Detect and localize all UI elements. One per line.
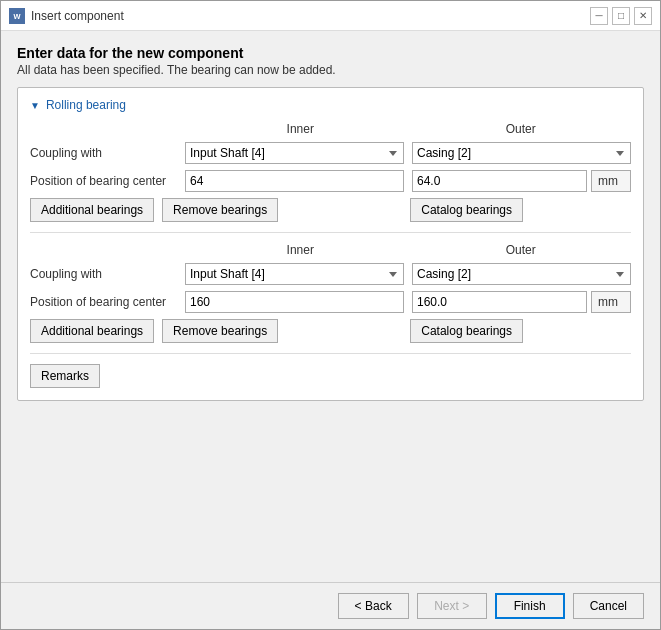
- coupling-label-2: Coupling with: [30, 267, 185, 281]
- minimize-button[interactable]: ─: [590, 7, 608, 25]
- inner-coupling-field-2: Input Shaft [4] Input Shaft [3]: [185, 263, 404, 285]
- inner-coupling-select-1[interactable]: Input Shaft [4] Input Shaft [3]: [185, 142, 404, 164]
- section-title: Rolling bearing: [46, 98, 126, 112]
- outer-position-with-unit-2: mm: [412, 291, 631, 313]
- outer-col-header-1: Outer: [411, 122, 632, 136]
- next-button[interactable]: Next >: [417, 593, 487, 619]
- coupling-label-1: Coupling with: [30, 146, 185, 160]
- remarks-button[interactable]: Remarks: [30, 364, 100, 388]
- position-row-1: Position of bearing center mm: [30, 170, 631, 192]
- outer-coupling-select-1[interactable]: Casing [2] Casing [1]: [412, 142, 631, 164]
- outer-position-field-2: mm: [412, 291, 631, 313]
- inner-coupling-field-1: Input Shaft [4] Input Shaft [3]: [185, 142, 404, 164]
- outer-position-field-1: mm: [412, 170, 631, 192]
- outer-position-input-2[interactable]: [412, 291, 587, 313]
- collapse-arrow-icon[interactable]: ▼: [30, 100, 40, 111]
- button-row-2: Additional bearings Remove bearings Cata…: [30, 319, 631, 343]
- inner-position-input-1[interactable]: [185, 170, 404, 192]
- catalog-bearings-button-2[interactable]: Catalog bearings: [410, 319, 523, 343]
- remarks-section: Remarks: [30, 364, 631, 388]
- additional-bearings-button-2[interactable]: Additional bearings: [30, 319, 154, 343]
- bearing-block-1: Inner Outer Coupling with Input Shaft [4…: [30, 122, 631, 233]
- inner-col-header-1: Inner: [190, 122, 411, 136]
- main-window: w Insert component ─ □ ✕ Enter data for …: [0, 0, 661, 630]
- remove-bearings-button-1[interactable]: Remove bearings: [162, 198, 278, 222]
- bearing-block-2: Inner Outer Coupling with Input Shaft [4…: [30, 243, 631, 354]
- position-row-2: Position of bearing center mm: [30, 291, 631, 313]
- outer-coupling-field-1: Casing [2] Casing [1]: [412, 142, 631, 164]
- inner-position-field-2: [185, 291, 404, 313]
- rolling-bearing-panel: ▼ Rolling bearing Inner Outer Coupling w…: [17, 87, 644, 401]
- footer: < Back Next > Finish Cancel: [1, 582, 660, 629]
- close-button[interactable]: ✕: [634, 7, 652, 25]
- title-bar-left: w Insert component: [9, 8, 124, 24]
- unit-box-2: mm: [591, 291, 631, 313]
- col-headers-1: Inner Outer: [190, 122, 631, 136]
- main-title: Enter data for the new component: [17, 45, 644, 61]
- inner-coupling-select-2[interactable]: Input Shaft [4] Input Shaft [3]: [185, 263, 404, 285]
- title-bar: w Insert component ─ □ ✕: [1, 1, 660, 31]
- window-title: Insert component: [31, 9, 124, 23]
- catalog-bearings-button-1[interactable]: Catalog bearings: [410, 198, 523, 222]
- position-fields-1: mm: [185, 170, 631, 192]
- section-header: ▼ Rolling bearing: [30, 98, 631, 112]
- additional-bearings-button-1[interactable]: Additional bearings: [30, 198, 154, 222]
- status-text: All data has been specified. The bearing…: [17, 63, 644, 77]
- outer-col-header-2: Outer: [411, 243, 632, 257]
- outer-position-with-unit-1: mm: [412, 170, 631, 192]
- outer-coupling-field-2: Casing [2] Casing [1]: [412, 263, 631, 285]
- inner-col-header-2: Inner: [190, 243, 411, 257]
- position-label-2: Position of bearing center: [30, 295, 185, 309]
- app-icon: w: [9, 8, 25, 24]
- header-section: Enter data for the new component All dat…: [17, 45, 644, 77]
- coupling-fields-2: Input Shaft [4] Input Shaft [3] Casing […: [185, 263, 631, 285]
- title-bar-controls: ─ □ ✕: [590, 7, 652, 25]
- outer-coupling-select-2[interactable]: Casing [2] Casing [1]: [412, 263, 631, 285]
- inner-position-field-1: [185, 170, 404, 192]
- coupling-row-1: Coupling with Input Shaft [4] Input Shaf…: [30, 142, 631, 164]
- position-fields-2: mm: [185, 291, 631, 313]
- main-content: Enter data for the new component All dat…: [1, 31, 660, 582]
- position-label-1: Position of bearing center: [30, 174, 185, 188]
- outer-position-input-1[interactable]: [412, 170, 587, 192]
- back-button[interactable]: < Back: [338, 593, 409, 619]
- inner-position-input-2[interactable]: [185, 291, 404, 313]
- col-headers-2: Inner Outer: [190, 243, 631, 257]
- restore-button[interactable]: □: [612, 7, 630, 25]
- remove-bearings-button-2[interactable]: Remove bearings: [162, 319, 278, 343]
- unit-box-1: mm: [591, 170, 631, 192]
- finish-button[interactable]: Finish: [495, 593, 565, 619]
- coupling-row-2: Coupling with Input Shaft [4] Input Shaf…: [30, 263, 631, 285]
- cancel-button[interactable]: Cancel: [573, 593, 644, 619]
- coupling-fields-1: Input Shaft [4] Input Shaft [3] Casing […: [185, 142, 631, 164]
- button-row-1: Additional bearings Remove bearings Cata…: [30, 198, 631, 222]
